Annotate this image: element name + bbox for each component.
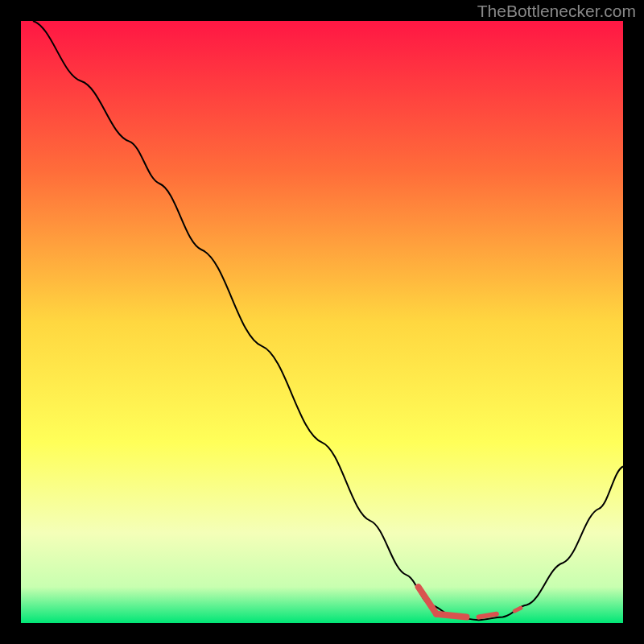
svg-line-4 <box>514 608 520 611</box>
watermark-text: TheBottlenecker.com <box>477 2 636 21</box>
chart-area <box>21 21 623 623</box>
svg-line-1 <box>419 587 436 614</box>
optimal-range-marker <box>419 587 521 617</box>
svg-line-2 <box>436 614 466 617</box>
bottleneck-curve <box>33 21 623 620</box>
svg-line-3 <box>478 614 496 617</box>
chart-overlay <box>21 21 623 623</box>
